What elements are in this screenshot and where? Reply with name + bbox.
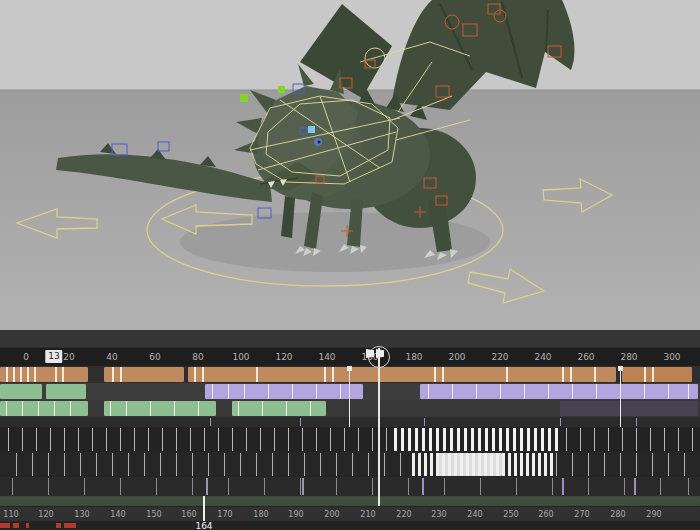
keyframe[interactable] [401,428,404,451]
keyframe[interactable] [218,428,219,451]
keyframe[interactable] [240,453,241,476]
clip[interactable] [622,367,692,382]
keyframe[interactable] [472,453,475,476]
keyframe[interactable] [246,428,247,451]
keyframe[interactable] [556,453,557,476]
keyframe[interactable] [608,428,609,451]
keyframe[interactable] [429,428,432,451]
keyframe[interactable] [22,401,23,416]
keyframe[interactable] [688,384,689,399]
keyframe[interactable] [594,428,595,451]
clip[interactable] [420,384,698,399]
keyframe[interactable] [684,453,685,476]
keyframe[interactable] [8,428,9,451]
keyframe[interactable] [372,428,373,451]
keyframe[interactable] [48,478,49,495]
keyframe[interactable] [534,428,537,451]
keyframe[interactable] [650,428,651,451]
keyframe[interactable] [228,478,229,495]
clip[interactable] [232,401,326,416]
keyframe[interactable] [384,453,385,476]
playhead-flag-icon[interactable] [376,349,384,358]
keyframe[interactable] [464,428,467,451]
keyframe[interactable] [228,384,229,399]
keyframe[interactable] [112,367,114,382]
keyframe[interactable] [422,428,425,451]
keyframe[interactable] [372,478,373,495]
keyframe[interactable] [144,453,145,476]
keyframe[interactable] [192,453,193,476]
keyframe[interactable] [514,453,517,476]
keyframe[interactable] [148,428,149,451]
track-gap[interactable] [0,417,700,427]
keyframe[interactable] [54,401,55,416]
keyframe[interactable] [634,478,636,495]
keyframe[interactable] [499,428,502,451]
keyframe[interactable] [538,453,541,476]
keyframe[interactable] [555,428,558,451]
keyframe[interactable] [550,453,553,476]
keyframe[interactable] [302,478,304,495]
keyframe[interactable] [22,428,23,451]
keyframe[interactable] [443,428,446,451]
keyframe[interactable] [566,428,567,451]
keyframe[interactable] [332,367,334,382]
keyframe[interactable] [55,367,57,382]
keyframe[interactable] [62,367,64,382]
keyframe[interactable] [174,401,175,416]
keyframe[interactable] [272,453,273,476]
keyframe[interactable] [652,453,653,476]
keyframe[interactable] [358,428,359,451]
keyframe[interactable] [513,428,516,451]
keyframe[interactable] [516,478,517,495]
keyframe[interactable] [238,401,239,416]
keyframe[interactable] [502,453,505,476]
keyframe[interactable] [562,367,564,382]
keyframe[interactable] [6,401,7,416]
keyframe[interactable] [120,478,121,495]
keyframe[interactable] [644,367,646,382]
keyframe[interactable] [548,384,549,399]
keyframe[interactable] [274,428,275,451]
keyframe[interactable] [620,453,621,476]
keyframe[interactable] [452,384,453,399]
keyframe[interactable] [490,453,493,476]
keyframe[interactable] [460,453,463,476]
keyframe[interactable] [264,478,265,495]
keyframe[interactable] [212,384,213,399]
keyframe[interactable] [13,367,15,382]
keyframe[interactable] [386,428,387,451]
keyframe[interactable] [544,453,547,476]
keyframe[interactable] [6,367,8,382]
keyframe[interactable] [48,453,49,476]
keyframe[interactable] [316,384,317,399]
keyframe[interactable] [92,428,93,451]
keyframe[interactable] [520,428,523,451]
keyframe[interactable] [64,453,65,476]
keyframe[interactable] [336,453,337,476]
keyframe[interactable] [32,453,33,476]
keyframe[interactable] [224,453,225,476]
keyframe[interactable] [150,401,151,416]
keyframe[interactable] [508,453,511,476]
keyframe[interactable] [70,401,71,416]
keyframe[interactable] [162,428,163,451]
track-dense-2[interactable] [0,452,700,477]
keyframe[interactable] [12,478,13,495]
keyframe[interactable] [244,384,245,399]
keyframe[interactable] [527,428,530,451]
keyframe[interactable] [34,367,36,382]
keyframe[interactable] [16,453,17,476]
keyframe[interactable] [444,478,445,495]
keyframe[interactable] [50,428,51,451]
keyframe[interactable] [485,428,488,451]
keyframe[interactable] [471,428,474,451]
keyframe[interactable] [310,401,311,416]
keyframe[interactable] [260,428,261,451]
keyframe[interactable] [478,428,481,451]
keyframe[interactable] [442,367,444,382]
clip[interactable] [188,367,616,382]
keyframe[interactable] [430,453,433,476]
keyframe[interactable] [78,428,79,451]
keyframe[interactable] [112,453,113,476]
